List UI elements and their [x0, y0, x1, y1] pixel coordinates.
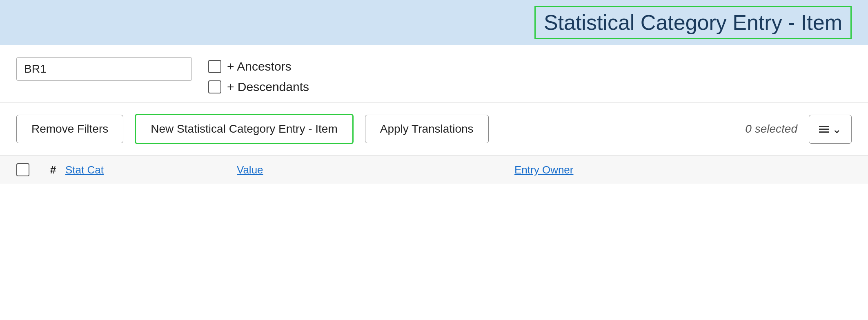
ancestors-checkbox-row[interactable]: + Ancestors [208, 60, 309, 73]
header-value[interactable]: Value [237, 164, 514, 176]
header-bar: Statistical Category Entry - Item [0, 0, 868, 45]
header-statcat[interactable]: Stat Cat [65, 164, 237, 176]
entry-owner-sort-link[interactable]: Entry Owner [514, 164, 574, 176]
descendants-checkbox[interactable] [208, 80, 221, 93]
header-hash: # [41, 164, 65, 176]
toolbar: Remove Filters New Statistical Category … [0, 102, 868, 156]
value-sort-link[interactable]: Value [237, 164, 263, 176]
statcat-sort-link[interactable]: Stat Cat [65, 164, 104, 176]
page-title: Statistical Category Entry - Item [534, 6, 852, 39]
column-options-button[interactable]: ⌄ [809, 115, 852, 144]
descendants-checkbox-row[interactable]: + Descendants [208, 80, 309, 94]
header-entry-owner[interactable]: Entry Owner [514, 164, 852, 176]
ancestors-label: + Ancestors [227, 60, 292, 73]
filter-checkboxes: + Ancestors + Descendants [208, 57, 309, 94]
ancestors-checkbox[interactable] [208, 60, 221, 73]
chevron-down-icon: ⌄ [832, 122, 841, 136]
selected-count: 0 selected [745, 122, 797, 136]
descendants-label: + Descendants [227, 80, 309, 94]
remove-filters-button[interactable]: Remove Filters [16, 115, 123, 143]
apply-translations-button[interactable]: Apply Translations [365, 115, 489, 143]
column-options-icon [819, 126, 829, 133]
header-select-all-checkbox-cell [16, 163, 41, 176]
select-all-checkbox[interactable] [16, 163, 29, 176]
search-section: + Ancestors + Descendants [0, 45, 868, 102]
hash-label: # [50, 164, 56, 176]
search-input[interactable] [16, 57, 192, 81]
new-entry-button[interactable]: New Statistical Category Entry - Item [135, 114, 353, 144]
table-header: # Stat Cat Value Entry Owner [0, 156, 868, 184]
